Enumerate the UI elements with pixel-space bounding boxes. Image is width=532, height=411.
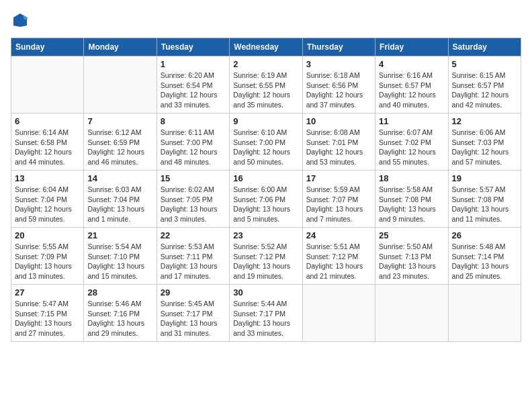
day-number: 4 — [379, 59, 444, 69]
calendar-cell — [84, 56, 157, 113]
day-info: Sunrise: 6:03 AM Sunset: 7:04 PM Dayligh… — [87, 185, 152, 224]
calendar-cell: 9Sunrise: 6:10 AM Sunset: 7:00 PM Daylig… — [230, 113, 302, 171]
day-number: 12 — [452, 116, 517, 126]
day-info: Sunrise: 6:15 AM Sunset: 6:57 PM Dayligh… — [452, 71, 517, 110]
day-info: Sunrise: 6:04 AM Sunset: 7:04 PM Dayligh… — [15, 185, 80, 224]
calendar-cell: 26Sunrise: 5:48 AM Sunset: 7:14 PM Dayli… — [448, 228, 521, 285]
day-info: Sunrise: 5:46 AM Sunset: 7:16 PM Dayligh… — [87, 299, 152, 338]
day-info: Sunrise: 5:59 AM Sunset: 7:07 PM Dayligh… — [306, 185, 371, 224]
calendar-cell: 6Sunrise: 6:14 AM Sunset: 6:58 PM Daylig… — [11, 113, 84, 171]
day-info: Sunrise: 6:14 AM Sunset: 6:58 PM Dayligh… — [15, 128, 80, 167]
day-info: Sunrise: 6:10 AM Sunset: 7:00 PM Dayligh… — [233, 128, 298, 167]
calendar-cell: 11Sunrise: 6:07 AM Sunset: 7:02 PM Dayli… — [375, 113, 448, 171]
day-info: Sunrise: 5:54 AM Sunset: 7:10 PM Dayligh… — [87, 242, 152, 281]
day-number: 2 — [233, 59, 298, 69]
day-info: Sunrise: 6:19 AM Sunset: 6:55 PM Dayligh… — [233, 71, 298, 110]
day-info: Sunrise: 6:16 AM Sunset: 6:57 PM Dayligh… — [379, 71, 444, 110]
day-number: 25 — [379, 230, 444, 240]
day-info: Sunrise: 6:07 AM Sunset: 7:02 PM Dayligh… — [379, 128, 444, 167]
logo — [11, 11, 32, 30]
day-number: 5 — [452, 59, 517, 69]
day-number: 11 — [379, 116, 444, 126]
day-info: Sunrise: 5:51 AM Sunset: 7:12 PM Dayligh… — [306, 242, 371, 281]
calendar-cell: 12Sunrise: 6:06 AM Sunset: 7:03 PM Dayli… — [448, 113, 521, 171]
day-info: Sunrise: 5:47 AM Sunset: 7:15 PM Dayligh… — [15, 299, 80, 338]
day-number: 26 — [452, 230, 517, 240]
day-number: 10 — [306, 116, 371, 126]
calendar-cell: 2Sunrise: 6:19 AM Sunset: 6:55 PM Daylig… — [230, 56, 302, 113]
calendar-cell: 1Sunrise: 6:20 AM Sunset: 6:54 PM Daylig… — [157, 56, 229, 113]
day-info: Sunrise: 6:00 AM Sunset: 7:06 PM Dayligh… — [233, 185, 298, 224]
day-info: Sunrise: 6:11 AM Sunset: 7:00 PM Dayligh… — [161, 128, 226, 167]
day-number: 22 — [161, 230, 226, 240]
weekday-header: Wednesday — [230, 38, 302, 56]
day-number: 3 — [306, 59, 371, 69]
calendar-cell: 5Sunrise: 6:15 AM Sunset: 6:57 PM Daylig… — [448, 56, 521, 113]
calendar-week-row: 6Sunrise: 6:14 AM Sunset: 6:58 PM Daylig… — [11, 113, 521, 171]
day-number: 14 — [87, 173, 152, 183]
calendar-cell: 23Sunrise: 5:52 AM Sunset: 7:12 PM Dayli… — [230, 228, 302, 285]
day-number: 28 — [87, 287, 152, 298]
calendar-cell: 8Sunrise: 6:11 AM Sunset: 7:00 PM Daylig… — [157, 113, 229, 171]
calendar-cell: 22Sunrise: 5:53 AM Sunset: 7:11 PM Dayli… — [157, 228, 229, 285]
day-info: Sunrise: 6:20 AM Sunset: 6:54 PM Dayligh… — [161, 71, 226, 110]
day-number: 9 — [233, 116, 298, 126]
day-number: 29 — [161, 287, 226, 298]
day-number: 13 — [15, 173, 80, 183]
day-info: Sunrise: 5:57 AM Sunset: 7:08 PM Dayligh… — [452, 185, 517, 224]
calendar-cell: 7Sunrise: 6:12 AM Sunset: 6:59 PM Daylig… — [84, 113, 157, 171]
page-header — [11, 11, 521, 30]
day-info: Sunrise: 5:48 AM Sunset: 7:14 PM Dayligh… — [452, 242, 517, 281]
day-info: Sunrise: 6:02 AM Sunset: 7:05 PM Dayligh… — [161, 185, 226, 224]
calendar-cell: 21Sunrise: 5:54 AM Sunset: 7:10 PM Dayli… — [84, 228, 157, 285]
calendar-cell: 18Sunrise: 5:58 AM Sunset: 7:08 PM Dayli… — [375, 171, 448, 228]
calendar-cell — [11, 56, 84, 113]
calendar-week-row: 1Sunrise: 6:20 AM Sunset: 6:54 PM Daylig… — [11, 56, 521, 113]
calendar-cell: 15Sunrise: 6:02 AM Sunset: 7:05 PM Dayli… — [157, 171, 229, 228]
day-info: Sunrise: 5:55 AM Sunset: 7:09 PM Dayligh… — [15, 242, 80, 281]
calendar-cell: 27Sunrise: 5:47 AM Sunset: 7:15 PM Dayli… — [11, 285, 84, 342]
calendar-cell — [302, 285, 375, 342]
calendar-cell: 3Sunrise: 6:18 AM Sunset: 6:56 PM Daylig… — [302, 56, 375, 113]
day-info: Sunrise: 5:53 AM Sunset: 7:11 PM Dayligh… — [161, 242, 226, 281]
day-number: 1 — [161, 59, 226, 69]
calendar-cell: 28Sunrise: 5:46 AM Sunset: 7:16 PM Dayli… — [84, 285, 157, 342]
day-info: Sunrise: 5:50 AM Sunset: 7:13 PM Dayligh… — [379, 242, 444, 281]
day-number: 23 — [233, 230, 298, 240]
calendar-cell: 25Sunrise: 5:50 AM Sunset: 7:13 PM Dayli… — [375, 228, 448, 285]
day-number: 27 — [15, 287, 80, 298]
calendar-week-row: 13Sunrise: 6:04 AM Sunset: 7:04 PM Dayli… — [11, 171, 521, 228]
calendar-cell: 13Sunrise: 6:04 AM Sunset: 7:04 PM Dayli… — [11, 171, 84, 228]
calendar-cell: 30Sunrise: 5:44 AM Sunset: 7:17 PM Dayli… — [230, 285, 302, 342]
calendar-cell: 10Sunrise: 6:08 AM Sunset: 7:01 PM Dayli… — [302, 113, 375, 171]
day-number: 16 — [233, 173, 298, 183]
calendar-cell: 16Sunrise: 6:00 AM Sunset: 7:06 PM Dayli… — [230, 171, 302, 228]
day-number: 7 — [87, 116, 152, 126]
calendar-cell: 17Sunrise: 5:59 AM Sunset: 7:07 PM Dayli… — [302, 171, 375, 228]
calendar-week-row: 20Sunrise: 5:55 AM Sunset: 7:09 PM Dayli… — [11, 228, 521, 285]
calendar-week-row: 27Sunrise: 5:47 AM Sunset: 7:15 PM Dayli… — [11, 285, 521, 342]
calendar-cell — [448, 285, 521, 342]
calendar-cell: 14Sunrise: 6:03 AM Sunset: 7:04 PM Dayli… — [84, 171, 157, 228]
calendar-cell: 24Sunrise: 5:51 AM Sunset: 7:12 PM Dayli… — [302, 228, 375, 285]
day-info: Sunrise: 6:12 AM Sunset: 6:59 PM Dayligh… — [87, 128, 152, 167]
logo-icon — [11, 11, 30, 30]
calendar-cell: 29Sunrise: 5:45 AM Sunset: 7:17 PM Dayli… — [157, 285, 229, 342]
calendar-header-row: SundayMondayTuesdayWednesdayThursdayFrid… — [11, 38, 521, 56]
calendar-table: SundayMondayTuesdayWednesdayThursdayFrid… — [11, 38, 521, 342]
day-info: Sunrise: 6:18 AM Sunset: 6:56 PM Dayligh… — [306, 71, 371, 110]
day-number: 20 — [15, 230, 80, 240]
weekday-header: Tuesday — [157, 38, 229, 56]
day-info: Sunrise: 5:45 AM Sunset: 7:17 PM Dayligh… — [161, 299, 226, 338]
day-number: 8 — [161, 116, 226, 126]
svg-marker-0 — [13, 13, 27, 27]
day-number: 18 — [379, 173, 444, 183]
day-number: 21 — [87, 230, 152, 240]
day-info: Sunrise: 5:52 AM Sunset: 7:12 PM Dayligh… — [233, 242, 298, 281]
day-number: 30 — [233, 287, 298, 298]
calendar-cell: 19Sunrise: 5:57 AM Sunset: 7:08 PM Dayli… — [448, 171, 521, 228]
day-number: 15 — [161, 173, 226, 183]
day-number: 19 — [452, 173, 517, 183]
day-info: Sunrise: 5:58 AM Sunset: 7:08 PM Dayligh… — [379, 185, 444, 224]
weekday-header: Monday — [84, 38, 157, 56]
